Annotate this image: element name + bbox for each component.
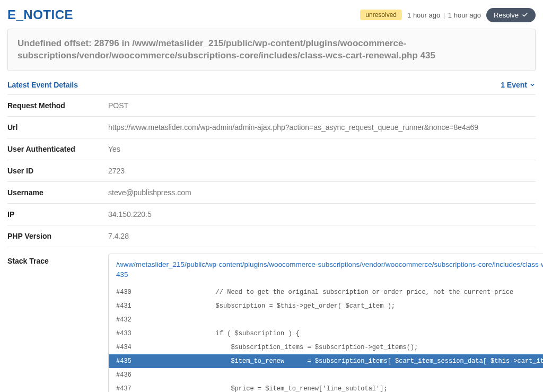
detail-row-username: Username steve@publishpress.com bbox=[7, 181, 536, 203]
detail-label: User ID bbox=[7, 167, 108, 175]
detail-value: POST bbox=[108, 101, 536, 110]
time-separator: | bbox=[443, 11, 445, 19]
detail-value: https://www.metaslider.com/wp-admin/admi… bbox=[108, 123, 536, 132]
time-first: 1 hour ago bbox=[407, 11, 440, 19]
time-last: 1 hour ago bbox=[448, 11, 481, 19]
code-line: #431 $subscription = $this->get_order( $… bbox=[109, 299, 543, 313]
code-line: #430 // Need to get the original subscri… bbox=[109, 285, 543, 299]
detail-row-php-version: PHP Version 7.4.28 bbox=[7, 225, 536, 247]
code-line: #432 bbox=[109, 313, 543, 327]
stack-frame-file: /www/metaslider_215/public/wp-content/pl… bbox=[116, 259, 543, 280]
page-header: E_NOTICE unresolved 1 hour ago | 1 hour … bbox=[7, 7, 536, 22]
code-line-text: $subscription = $this->get_order( $cart_… bbox=[185, 302, 543, 310]
event-count-toggle[interactable]: 1 Event bbox=[501, 81, 536, 89]
detail-label: IP bbox=[7, 210, 108, 219]
detail-row-request-method: Request Method POST bbox=[7, 94, 536, 116]
details-header: Latest Event Details 1 Event bbox=[7, 81, 536, 94]
code-line-text bbox=[185, 316, 543, 324]
detail-row-user-authenticated: User Authenticated Yes bbox=[7, 138, 536, 160]
code-line-text: $item_to_renew = $subscription_items[ $c… bbox=[185, 358, 543, 365]
resolve-button[interactable]: Resolve bbox=[486, 8, 536, 22]
code-line: #435 $item_to_renew = $subscription_item… bbox=[109, 354, 543, 368]
code-line: #434 $subscription_items = $subscription… bbox=[109, 341, 543, 354]
code-line-number: #430 bbox=[116, 289, 185, 296]
header-actions: unresolved 1 hour ago | 1 hour ago Resol… bbox=[360, 8, 536, 22]
detail-value: steve@publishpress.com bbox=[108, 188, 536, 197]
error-message-box: Undefined offset: 28796 in /www/metaslid… bbox=[7, 29, 536, 71]
stack-frame-header[interactable]: /www/metaslider_215/public/wp-content/pl… bbox=[109, 254, 543, 285]
detail-label: Stack Trace bbox=[7, 254, 108, 392]
detail-value: 7.4.28 bbox=[108, 232, 536, 240]
chevron-down-icon bbox=[529, 82, 536, 88]
code-line-text: $price = $item_to_renew['line_subtotal']… bbox=[185, 385, 543, 392]
detail-row-stack-trace: Stack Trace /www/metaslider_215/public/w… bbox=[7, 247, 536, 392]
detail-row-ip: IP 34.150.220.5 bbox=[7, 203, 536, 225]
stack-frame: /www/metaslider_215/public/wp-content/pl… bbox=[108, 254, 543, 392]
code-line: #437 $price = $item_to_renew['line_subto… bbox=[109, 382, 543, 392]
code-line-number: #435 bbox=[116, 358, 185, 365]
detail-value: Yes bbox=[108, 145, 536, 153]
code-line-text: // Need to get the original subscription… bbox=[185, 289, 543, 296]
code-line-number: #436 bbox=[116, 371, 185, 379]
detail-label: PHP Version bbox=[7, 232, 108, 240]
error-title: E_NOTICE bbox=[7, 7, 73, 22]
resolve-button-label: Resolve bbox=[494, 11, 519, 19]
status-badge: unresolved bbox=[360, 10, 402, 20]
code-line: #433 if ( $subscription ) { bbox=[109, 327, 543, 341]
code-line-number: #431 bbox=[116, 302, 185, 310]
detail-row-url: Url https://www.metaslider.com/wp-admin/… bbox=[7, 116, 536, 138]
code-line-number: #437 bbox=[116, 385, 185, 392]
code-line-number: #432 bbox=[116, 316, 185, 324]
code-block: #430 // Need to get the original subscri… bbox=[109, 285, 543, 392]
event-count-label: 1 Event bbox=[501, 81, 527, 89]
detail-label: Url bbox=[7, 123, 108, 132]
detail-row-user-id: User ID 2723 bbox=[7, 160, 536, 181]
detail-value: 34.150.220.5 bbox=[108, 210, 536, 219]
code-line-text: $subscription_items = $subscription->get… bbox=[185, 344, 543, 351]
detail-label: User Authenticated bbox=[7, 145, 108, 153]
code-line-text: if ( $subscription ) { bbox=[185, 330, 543, 337]
error-message: Undefined offset: 28796 in /www/metaslid… bbox=[17, 38, 526, 62]
stack-trace-content: /www/metaslider_215/public/wp-content/pl… bbox=[108, 254, 543, 392]
code-line-text bbox=[185, 371, 543, 379]
detail-label: Username bbox=[7, 188, 108, 197]
check-icon bbox=[522, 12, 528, 18]
code-line: #436 bbox=[109, 368, 543, 382]
details-title: Latest Event Details bbox=[7, 81, 78, 89]
code-line-number: #434 bbox=[116, 344, 185, 351]
detail-label: Request Method bbox=[7, 101, 108, 110]
timestamps: 1 hour ago | 1 hour ago bbox=[407, 11, 481, 19]
detail-value: 2723 bbox=[108, 167, 536, 175]
code-line-number: #433 bbox=[116, 330, 185, 337]
